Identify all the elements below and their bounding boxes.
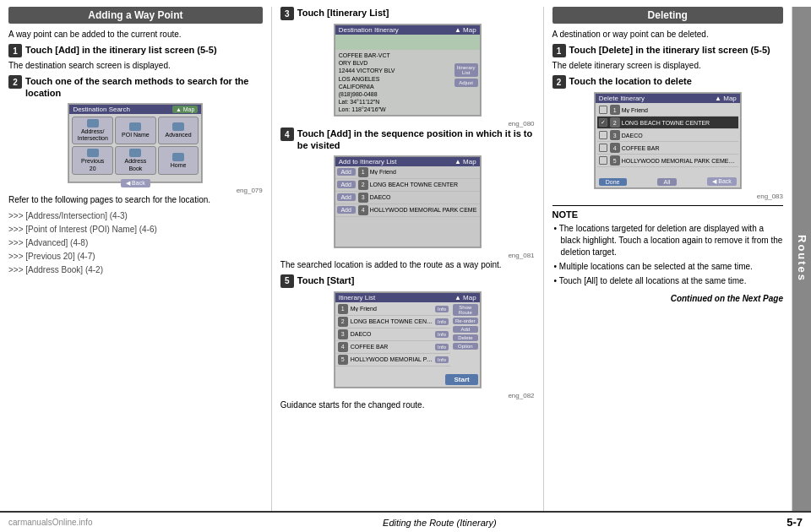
ref-1: >>> [Address/Intersection] (4-3) (8, 209, 263, 223)
ds-btn-addressbook[interactable]: AddressBook (115, 146, 156, 175)
add-itin-title-text: Add to Itinerary List (339, 158, 397, 166)
add-btn-3[interactable]: Add (337, 193, 356, 201)
ilin-info-2[interactable]: Info (435, 318, 449, 325)
add-itin-map: ▲ Map (454, 158, 476, 166)
page: Adding a Way Point A way point can be ad… (0, 0, 811, 532)
back-button[interactable]: ◀ Back (707, 177, 737, 186)
address-icon (87, 119, 99, 128)
add-btn-1[interactable]: Add (337, 168, 356, 176)
ilin-text-1: My Friend (351, 306, 435, 312)
ds-btn-poi[interactable]: POI Name (115, 117, 156, 145)
left-header: Adding a Way Point (8, 7, 263, 24)
r-step1-title: 1 Touch [Delete] in the itinerary list s… (552, 44, 783, 57)
note-box: NOTE The locations targeted for deletion… (552, 205, 783, 287)
add-btn-2[interactable]: Add (337, 181, 356, 188)
row-num-1: 1 (358, 167, 368, 177)
note-title: NOTE (552, 209, 783, 220)
step2-text: Touch one of the search methods to searc… (25, 75, 263, 100)
step1-body: The destination search screen is display… (8, 60, 263, 72)
itin-list-map: ▲ Map (454, 294, 476, 301)
row-num-2: 2 (358, 180, 368, 190)
start-button[interactable]: Start (445, 374, 477, 385)
ds-btn-advanced-label: Advanced (165, 132, 191, 138)
screenshot-itinerary-map: Destination Itinerary ▲ Map ItineraryLis… (334, 24, 482, 117)
del-check-4 (599, 144, 607, 152)
ref-5: >>> [Address Book] (4-2) (8, 263, 263, 277)
ilin-num-2: 2 (338, 317, 348, 327)
add-btn-4[interactable]: Add (337, 206, 356, 214)
itin-ol-1: COFFEE BAR-VCT (339, 52, 476, 59)
del-row-1: 1 My Friend (597, 104, 738, 117)
poi-icon (129, 122, 141, 131)
note-item-3: Touch [All] to delete all locations at t… (552, 275, 783, 287)
r-step2-title: 2 Touch the location to delete (552, 75, 783, 89)
del-num-2: 2 (610, 117, 620, 128)
right-column: Deleting A destination or way point can … (544, 7, 792, 511)
ilin-num-4: 4 (338, 342, 348, 352)
itin-adjust-btn[interactable]: Adjust (454, 79, 478, 87)
all-button[interactable]: All (657, 178, 678, 186)
delete-btn-side[interactable]: Delete (453, 334, 478, 341)
ilin-num-5: 5 (338, 355, 348, 365)
re-order-btn[interactable]: Re-order (453, 318, 478, 324)
add-btn-side[interactable]: Add (453, 326, 478, 333)
itin-list-titlebar: Itinerary List ▲ Map (335, 293, 480, 302)
ilin-text-5: HOLLYWOOD MEMORIAL PARK C (351, 356, 435, 362)
ds-btn-address[interactable]: Address/Intersection (72, 117, 113, 145)
done-button[interactable]: Done (599, 178, 627, 186)
ds-map-btn[interactable]: ▲ Map (172, 106, 199, 113)
footer-watermark: carmanualsOnline.info (8, 518, 93, 527)
ds-btn-advanced[interactable]: Advanced (158, 117, 199, 145)
delete-titlebar: Delete Itinerary ▲ Map (596, 94, 740, 103)
left-column: Adding a Way Point A way point can be ad… (0, 7, 272, 511)
ilin-row-4: 4 COFFEE BAR Info (336, 341, 450, 354)
ds-btn-poi-label: POI Name (122, 132, 150, 138)
note-item-2: Multiple locations can be selected at th… (552, 261, 783, 273)
row-num-3: 3 (358, 193, 368, 203)
screenshot2-caption: eng_080 (280, 120, 535, 128)
ilin-info-1[interactable]: Info (435, 306, 449, 312)
ds-btn-previous[interactable]: Previous20 (72, 146, 113, 175)
step2-title: 2 Touch one of the search methods to sea… (8, 75, 263, 100)
del-check-2: ✓ (599, 118, 607, 127)
ilin-text-4: COFFEE BAR (351, 344, 435, 350)
del-num-4: 4 (610, 143, 620, 153)
ilin-side-buttons: ShowRoute Re-order Add Delete Option (451, 302, 480, 372)
ilin-info-5[interactable]: Info (435, 356, 449, 363)
ilin-info-3[interactable]: Info (435, 331, 449, 338)
itin-list-btn[interactable]: ItineraryList (454, 63, 478, 77)
footer-page-number: 5-7 (787, 516, 803, 529)
r-step1-text: Touch [Delete] in the itinerary list scr… (569, 44, 770, 56)
ilin-num-3: 3 (338, 329, 348, 339)
del-num-3: 3 (610, 130, 620, 140)
ds-btn-home[interactable]: Home (158, 146, 199, 175)
main-content: Adding a Way Point A way point can be ad… (0, 0, 811, 511)
row-text-1: My Friend (370, 169, 478, 175)
delete-map: ▲ Map (715, 95, 737, 102)
ref-2: >>> [Point of Interest (POI) Name] (4-6) (8, 223, 263, 236)
step5-text: Touch [Start] (297, 274, 355, 286)
ilin-info-4[interactable]: Info (435, 344, 449, 350)
itin-title: Destination Itinerary (339, 26, 399, 34)
left-intro: A way point can be added to the current … (8, 29, 263, 41)
step3-title: 3 Touch [Itinerary List] (280, 7, 535, 20)
screenshot4-caption: eng_082 (280, 392, 535, 399)
add-row-1: Add 1 My Friend (335, 166, 480, 179)
del-text-4: COFFEE BAR (622, 145, 737, 151)
body-after5: Guidance starts for the changed route. (280, 399, 535, 411)
ds-back-btn[interactable]: ◀ Back (121, 179, 150, 187)
step1-title: 1 Touch [Add] in the itinerary list scre… (8, 44, 263, 57)
del-text-1: My Friend (622, 107, 737, 113)
step5-title: 5 Touch [Start] (280, 274, 535, 288)
ref-3: >>> [Advanced] (4-8) (8, 236, 263, 250)
body-after4: The searched location is added to the ro… (280, 259, 535, 271)
option-btn[interactable]: Option (453, 343, 478, 350)
ds-title: Destination Search (73, 106, 130, 113)
continued-text: Continued on the Next Page (552, 294, 783, 303)
ilin-row-2: 2 LONG BEACH TOWNE CENTER Info (336, 316, 450, 328)
screenshot-del-caption: eng_083 (552, 193, 783, 200)
step1-text: Touch [Add] in the itinerary list screen… (25, 44, 217, 56)
show-route-btn[interactable]: ShowRoute (453, 304, 478, 316)
delete-title-text: Delete Itinerary (599, 95, 645, 102)
ref-4: >>> [Previous 20] (4-7) (8, 250, 263, 263)
